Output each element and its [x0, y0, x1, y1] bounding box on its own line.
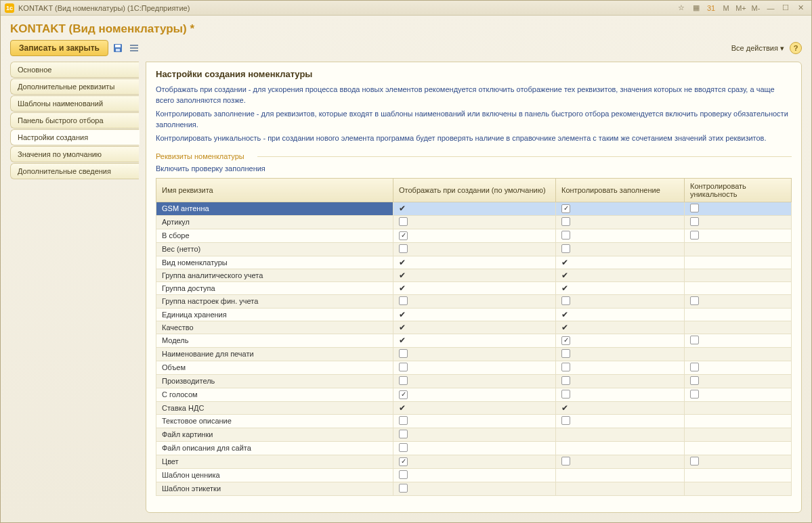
- checkbox[interactable]: [561, 457, 570, 465]
- table-row[interactable]: Артикул: [156, 215, 792, 229]
- memory-mminus-button[interactable]: M-: [749, 3, 763, 14]
- table-row[interactable]: Единица хранения✔✔: [156, 308, 792, 321]
- sidebar-tab-4[interactable]: Настройки создания: [10, 129, 140, 145]
- column-header-0[interactable]: Имя реквизита: [156, 178, 393, 202]
- calculator-icon[interactable]: ▦: [689, 3, 703, 14]
- sidebar-tab-6[interactable]: Дополнительные сведения: [10, 163, 139, 179]
- checkbox[interactable]: [399, 443, 408, 452]
- table-row[interactable]: Объем: [156, 361, 792, 374]
- checkbox[interactable]: [399, 457, 408, 466]
- checkbox[interactable]: [561, 390, 570, 399]
- checkbox[interactable]: [399, 217, 408, 226]
- all-actions-menu[interactable]: Все действия ▾: [731, 44, 784, 53]
- table-row[interactable]: Файл картинки: [156, 428, 792, 441]
- checkbox[interactable]: [690, 336, 699, 344]
- checkbox[interactable]: [690, 376, 699, 385]
- requisite-name: Группа настроек фин. учета: [156, 294, 393, 308]
- table-row[interactable]: Шаблон этикетки: [156, 482, 792, 495]
- calendar-icon[interactable]: 31: [704, 3, 718, 14]
- table-row[interactable]: Производитель: [156, 374, 792, 388]
- checkbox[interactable]: [399, 231, 408, 240]
- checkbox[interactable]: [399, 349, 408, 358]
- save-and-close-button[interactable]: Записать и закрыть: [10, 40, 108, 56]
- table-row[interactable]: Модель✔: [156, 334, 792, 347]
- table-row[interactable]: Группа доступа✔✔: [156, 281, 792, 294]
- list-icon[interactable]: [127, 41, 141, 55]
- favorite-icon[interactable]: ☆: [675, 3, 688, 14]
- table-row[interactable]: В сборе: [156, 229, 792, 242]
- checkbox[interactable]: [399, 376, 408, 385]
- requisite-name: Файл картинки: [156, 428, 393, 441]
- sidebar-tab-2[interactable]: Шаблоны наименований: [10, 95, 139, 112]
- checkbox[interactable]: [561, 376, 570, 385]
- table-row[interactable]: Ставка НДС✔✔: [156, 401, 792, 414]
- memory-m-button[interactable]: M: [719, 3, 733, 14]
- table-row[interactable]: Наименование для печати: [156, 347, 792, 361]
- sidebar-tab-3[interactable]: Панель быстрого отбора: [10, 112, 139, 129]
- checkbox[interactable]: [561, 231, 570, 240]
- check-icon: ✔: [399, 283, 406, 293]
- svg-rect-5: [130, 50, 138, 51]
- column-header-1[interactable]: Отображать при создании (по умолчанию): [393, 178, 556, 202]
- check-icon: ✔: [399, 258, 406, 267]
- checkbox[interactable]: [690, 217, 699, 226]
- checkbox[interactable]: [561, 363, 570, 371]
- table-row[interactable]: Качество✔✔: [156, 321, 792, 334]
- checkbox[interactable]: [561, 336, 570, 345]
- table-row[interactable]: Вес (нетто): [156, 242, 792, 256]
- help-text-3: Контролировать уникальность - при создан…: [156, 133, 792, 144]
- checkbox[interactable]: [399, 296, 408, 305]
- requisite-name: GSM антенна: [156, 202, 393, 215]
- checkbox[interactable]: [561, 204, 570, 213]
- svg-rect-2: [116, 49, 120, 51]
- checkbox[interactable]: [399, 244, 408, 253]
- maximize-button[interactable]: ☐: [779, 3, 792, 14]
- requisite-name: Артикул: [156, 215, 393, 229]
- checkbox[interactable]: [561, 244, 570, 253]
- table-row[interactable]: Группа настроек фин. учета: [156, 294, 792, 308]
- checkbox[interactable]: [399, 363, 408, 371]
- sidebar-tab-0[interactable]: Основное: [10, 62, 139, 78]
- column-header-2[interactable]: Контролировать заполнение: [556, 178, 685, 202]
- requisite-name: Группа доступа: [156, 281, 393, 294]
- checkbox[interactable]: [561, 296, 570, 305]
- checkbox[interactable]: [690, 390, 699, 399]
- table-row[interactable]: GSM антенна✔: [156, 202, 792, 215]
- column-header-3[interactable]: Контролировать уникальность: [685, 178, 792, 202]
- memory-mplus-button[interactable]: M+: [734, 3, 748, 14]
- close-button[interactable]: ✕: [794, 3, 807, 14]
- checkbox[interactable]: [399, 484, 408, 493]
- requisite-name: В сборе: [156, 229, 393, 242]
- checkbox[interactable]: [561, 349, 570, 358]
- minimize-button[interactable]: —: [764, 3, 777, 14]
- help-button[interactable]: ?: [790, 42, 802, 54]
- table-row[interactable]: С голосом: [156, 388, 792, 401]
- table-row[interactable]: Шаблон ценника: [156, 468, 792, 482]
- svg-rect-1: [115, 45, 121, 47]
- enable-check-label[interactable]: Включить проверку заполнения: [156, 164, 792, 173]
- table-row[interactable]: Вид номенклатуры✔✔: [156, 256, 792, 269]
- sidebar-tab-1[interactable]: Дополнительные реквизиты: [10, 78, 139, 95]
- checkbox[interactable]: [690, 296, 699, 305]
- table-row[interactable]: Файл описания для сайта: [156, 441, 792, 455]
- checkbox[interactable]: [399, 430, 408, 438]
- app-logo-icon: 1c: [5, 3, 14, 13]
- checkbox[interactable]: [561, 416, 570, 425]
- table-row[interactable]: Цвет: [156, 455, 792, 468]
- checkbox[interactable]: [399, 470, 408, 479]
- svg-rect-3: [130, 45, 138, 46]
- checkbox[interactable]: [561, 217, 570, 226]
- requisite-name: С голосом: [156, 388, 393, 401]
- checkbox[interactable]: [399, 390, 408, 399]
- checkbox[interactable]: [690, 363, 699, 371]
- checkbox[interactable]: [690, 457, 699, 465]
- titlebar: 1c KONTAKT (Вид номенклатуры) (1С:Предпр…: [1, 1, 811, 16]
- table-row[interactable]: Группа аналитического учета✔✔: [156, 269, 792, 281]
- help-text-1: Отображать при создании - для ускорения …: [156, 85, 792, 106]
- checkbox[interactable]: [690, 231, 699, 240]
- sidebar-tab-5[interactable]: Значения по умолчанию: [10, 146, 139, 162]
- table-row[interactable]: Текстовое описание: [156, 414, 792, 428]
- checkbox[interactable]: [690, 204, 699, 212]
- save-icon[interactable]: [111, 41, 125, 55]
- checkbox[interactable]: [399, 416, 408, 425]
